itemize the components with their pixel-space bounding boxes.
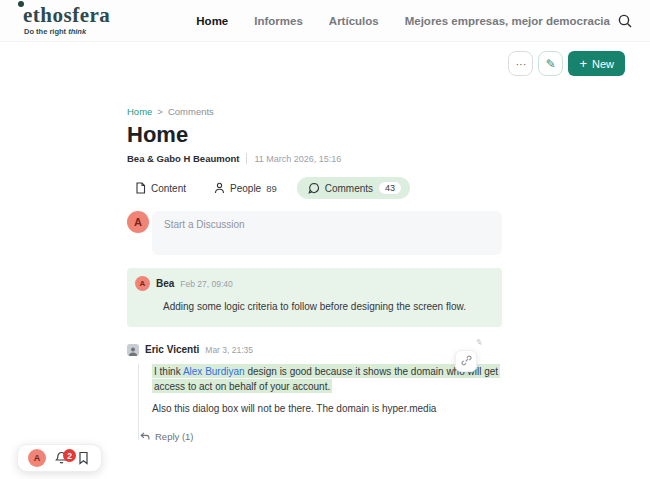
authors-link[interactable]: Bea & Gabo H Beaumont (127, 153, 239, 164)
people-count: 89 (266, 183, 277, 194)
publish-timestamp: 11 March 2026, 15:16 (254, 154, 341, 164)
comment-header: Eric Vicenti Mar 3, 21:35 (127, 344, 502, 356)
nav-item-articulos[interactable]: Artículos (329, 15, 379, 27)
comment-eric: Eric Vicenti Mar 3, 21:35 ✎ I think Alex… (127, 344, 502, 442)
reply-arrow-icon (140, 432, 150, 441)
nav-item-mejores-empresas[interactable]: Mejores empresas, mejor democracia (405, 15, 610, 27)
brand-name: ethosfera (16, 5, 110, 26)
main-nav: Home Informes Artículos Mejores empresas… (196, 15, 610, 27)
top-navigation-bar: ethosfera Do the right think Home Inform… (0, 0, 650, 42)
main-content: Home > Comments Home Bea & Gabo H Beaumo… (127, 106, 502, 442)
comment-text: Adding some logic criteria to follow bef… (135, 300, 492, 315)
mention-link[interactable]: Alex Burdiyan (183, 366, 245, 377)
nav-item-informes[interactable]: Informes (254, 15, 303, 27)
brand-logo[interactable]: ethosfera Do the right think (16, 5, 110, 36)
dock-user-avatar[interactable]: A (28, 449, 46, 467)
breadcrumb: Home > Comments (127, 106, 502, 117)
edit-button[interactable]: ✎ (538, 51, 563, 76)
comment-timestamp: Feb 27, 09:40 (180, 279, 232, 289)
byline-divider (246, 153, 247, 164)
comment-timestamp: Mar 3, 21:35 (205, 345, 253, 355)
more-options-button[interactable]: ··· (508, 51, 533, 76)
page-title: Home (127, 122, 502, 148)
plus-icon: + (579, 57, 587, 70)
thread-line (138, 364, 139, 440)
bookmark-icon (78, 451, 89, 465)
discussion-input[interactable]: Start a Discussion (152, 211, 502, 255)
bottom-dock: A 2 (17, 444, 102, 472)
avatar-bea[interactable]: A (135, 276, 150, 291)
search-icon[interactable] (616, 12, 634, 30)
brand-tagline: Do the right think (16, 28, 110, 36)
pencil-icon: ✎ (546, 57, 556, 71)
comment-bubble-icon (308, 182, 320, 194)
tab-people[interactable]: People 89 (206, 178, 285, 198)
comment-bea: A Bea Feb 27, 09:40 Adding some logic cr… (127, 268, 502, 327)
tab-content[interactable]: Content (127, 178, 194, 198)
reply-button[interactable]: Reply (1) (127, 431, 502, 442)
start-discussion-row: A Start a Discussion (127, 211, 502, 255)
link-icon (461, 355, 472, 366)
copy-link-button[interactable] (455, 350, 477, 372)
comment-author[interactable]: Bea (156, 278, 174, 289)
current-user-avatar[interactable]: A (127, 211, 149, 233)
person-icon (214, 182, 225, 194)
comment-header: A Bea Feb 27, 09:40 (135, 276, 492, 291)
nav-item-home[interactable]: Home (196, 15, 228, 27)
comments-count-badge: 43 (378, 181, 402, 195)
breadcrumb-current: Comments (168, 106, 214, 117)
document-icon (135, 182, 146, 194)
bookmarks-button[interactable] (78, 451, 91, 465)
notification-badge: 2 (63, 449, 76, 462)
comment-author[interactable]: Eric Vicenti (145, 344, 199, 355)
avatar-eric[interactable] (127, 344, 139, 356)
byline: Bea & Gabo H Beaumont 11 March 2026, 15:… (127, 153, 502, 164)
new-button[interactable]: + New (568, 51, 625, 76)
comment-paragraph: Also this dialog box will not be there. … (152, 401, 502, 416)
breadcrumb-home-link[interactable]: Home (127, 106, 152, 117)
comment-paragraph-highlighted: I think Alex Burdiyan design is good bec… (152, 364, 502, 394)
tab-bar: Content People 89 Comments 43 (127, 177, 502, 199)
notifications-button[interactable]: 2 (55, 451, 69, 465)
page-actions: ··· ✎ + New (508, 51, 625, 76)
comment-body: I think Alex Burdiyan design is good bec… (127, 364, 502, 416)
breadcrumb-separator: > (157, 106, 163, 117)
tab-comments[interactable]: Comments 43 (297, 177, 410, 199)
